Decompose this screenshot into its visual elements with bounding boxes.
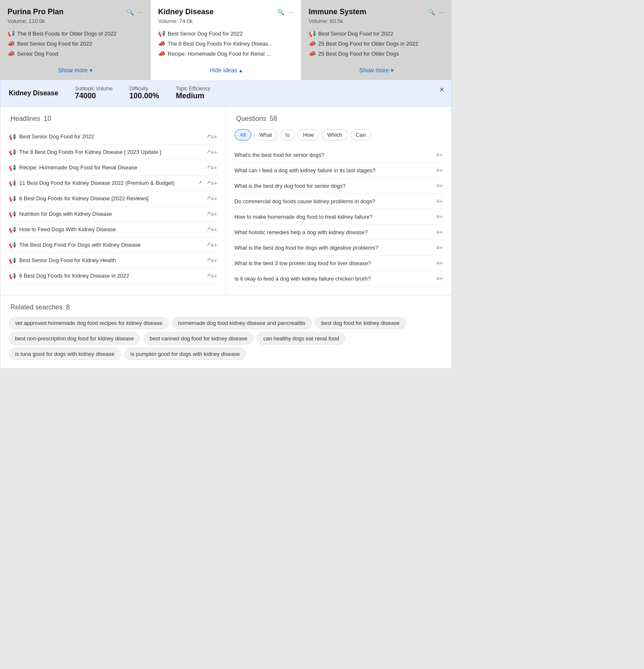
add-to-list-icon[interactable]: ≡+ [210, 242, 217, 248]
add-to-list-icon[interactable]: ≡+ [436, 167, 443, 174]
card-purina: Purina Pro Plan 🔍 ··· Volume: 110.0k 📢 T… [0, 0, 151, 79]
add-to-list-icon[interactable]: ≡+ [210, 149, 217, 156]
chevron-up-icon: ▴ [239, 67, 242, 74]
headline-item: 📢 Recipe: Homemade Dog Food for Renal Di… [9, 160, 217, 176]
headline-text: 6 Best Dog Foods for Kidney Disease in 2… [19, 273, 202, 279]
external-link-icon[interactable]: ↗ [207, 195, 210, 201]
detail-subtopic-volume: Subtopic Volume 74000 [75, 86, 112, 100]
question-text: What is the best dry dog food for senior… [235, 183, 436, 189]
external-link-icon[interactable]: ↗ [198, 180, 202, 185]
megaphone-icon: 📢 [9, 211, 16, 217]
headline-left: 📢 11 Best Dog Food for Kidney Disease 20… [9, 180, 210, 186]
list-item: 📢 Best Senior Dog Food for 2022 [309, 30, 444, 37]
list-item: 📣 The 8 Best Dog Foods For Kidney Diseas… [158, 40, 294, 47]
external-link-icon[interactable]: ↗ [207, 226, 210, 232]
headline-text: 11 Best Dog Food for Kidney Disease 2022… [19, 180, 194, 186]
related-tag[interactable]: homemade dog food kidney disease and pan… [172, 317, 312, 329]
filter-btn-which[interactable]: Which [322, 129, 348, 140]
external-link-icon[interactable]: ↗ [207, 133, 210, 139]
add-to-list-icon[interactable]: ≡+ [210, 195, 217, 202]
show-more-immune-button[interactable]: Show more ▾ [309, 61, 444, 79]
question-text: What holistic remedies help a dog with k… [235, 229, 436, 235]
megaphone-blue-icon: 📣 [8, 50, 15, 57]
external-link-icon-2[interactable]: ↗ [207, 180, 210, 185]
external-link-icon[interactable]: ↗ [207, 211, 210, 216]
add-to-list-icon[interactable]: ≡+ [210, 226, 217, 233]
headline-item: 📢 6 Best Dog Foods for Kidney Disease in… [9, 268, 217, 284]
add-to-list-icon[interactable]: ≡+ [210, 257, 217, 264]
detail-panel-title: Kidney Disease [9, 89, 58, 97]
list-item: 📣 Senior Dog Food [8, 50, 143, 57]
headline-item: 📢 6 Best Dog Foods for Kidney Disease [2… [9, 191, 217, 207]
list-item: 📣 25 Best Dog Food for Older Dogs [309, 50, 444, 57]
headline-left: 📢 How to Feed Dogs With Kidney Disease ↗ [9, 226, 210, 233]
related-searches-header: Related searches 8 [9, 304, 443, 311]
search-icon[interactable]: 🔍 [277, 9, 284, 15]
add-to-list-icon[interactable]: ≡+ [210, 164, 217, 171]
search-icon[interactable]: 🔍 [428, 9, 435, 15]
detail-topic-efficiency: Topic Efficiency Medium [176, 86, 210, 100]
headline-text: The 8 Best Dog Foods For Kidney Disease … [19, 149, 202, 155]
add-to-list-icon[interactable]: ≡+ [210, 273, 217, 279]
headline-text: The Best Dog Food For Dogs with Kidney D… [19, 242, 202, 248]
filter-btn-all[interactable]: All [235, 129, 251, 140]
question-text: How to make homemade dog food to treat k… [235, 214, 436, 220]
chevron-down-icon: ▾ [391, 67, 394, 74]
add-to-list-icon[interactable]: ≡+ [436, 198, 443, 204]
add-to-list-icon[interactable]: ≡+ [210, 133, 217, 140]
related-tag[interactable]: best canned dog food for kidney disease [143, 332, 253, 345]
related-tag[interactable]: is tuna good for dogs with kidney diseas… [9, 348, 121, 360]
card-kidney-ideas: 📢 Best Senior Dog Food for 2022 📣 The 8 … [158, 30, 294, 57]
filter-btn-can[interactable]: Can [350, 129, 371, 140]
show-more-purina-button[interactable]: Show more ▾ [8, 61, 143, 79]
external-link-icon[interactable]: ↗ [207, 273, 210, 278]
headline-item: 📢 Best Senior Dog Food for Kidney Health… [9, 253, 217, 268]
card-purina-volume: Volume: 110.0k [8, 18, 143, 24]
card-kidney-icons: 🔍 ··· [277, 9, 294, 15]
questions-list: What's the best food for senior dogs? ≡+… [235, 147, 443, 286]
related-tag[interactable]: best non-prescription dog food for kidne… [9, 332, 140, 345]
megaphone-icon: 📢 [9, 257, 16, 264]
add-to-list-icon[interactable]: ≡+ [436, 275, 443, 282]
question-item: What is the best dog food for dogs with … [235, 240, 443, 255]
close-detail-button[interactable]: ✕ [439, 86, 445, 94]
chevron-down-icon: ▾ [89, 67, 92, 74]
related-tag[interactable]: can healthy dogs eat renal food [257, 332, 345, 345]
card-immune-icons: 🔍 ··· [428, 9, 444, 15]
add-to-list-icon[interactable]: ≡+ [436, 244, 443, 251]
search-icon[interactable]: 🔍 [127, 9, 134, 15]
filter-btn-how[interactable]: How [297, 129, 319, 140]
add-to-list-icon[interactable]: ≡+ [210, 211, 217, 217]
related-tag[interactable]: is pumpkin good for dogs with kidney dis… [124, 348, 246, 360]
card-kidney: Kidney Disease 🔍 ··· Volume: 74.0k 📢 Bes… [150, 0, 302, 80]
add-to-list-icon[interactable]: ≡+ [436, 182, 443, 189]
megaphone-icon: 📢 [9, 164, 16, 171]
more-icon[interactable]: ··· [439, 9, 444, 15]
related-tag[interactable]: vet approved homemade dog food recipes f… [9, 317, 169, 329]
headline-item: 📢 Best Senior Dog Food for 2022 ↗ ≡+ [9, 129, 217, 145]
megaphone-blue-icon: 📣 [8, 40, 15, 47]
related-searches-section: Related searches 8 vet approved homemade… [0, 295, 452, 369]
megaphone-icon: 📢 [9, 180, 16, 186]
external-link-icon[interactable]: ↗ [207, 242, 210, 247]
add-to-list-icon[interactable]: ≡+ [436, 213, 443, 220]
add-to-list-icon[interactable]: ≡+ [436, 151, 443, 158]
more-icon[interactable]: ··· [289, 9, 294, 15]
filter-btn-is[interactable]: Is [280, 129, 295, 140]
add-to-list-icon[interactable]: ≡+ [210, 180, 217, 186]
hide-ideas-kidney-button[interactable]: Hide ideas ▴ [158, 61, 294, 79]
more-icon[interactable]: ··· [138, 9, 143, 15]
add-to-list-icon[interactable]: ≡+ [436, 260, 443, 266]
megaphone-blue-icon: 📣 [158, 40, 165, 47]
external-link-icon[interactable]: ↗ [207, 257, 210, 263]
add-to-list-icon[interactable]: ≡+ [436, 229, 443, 235]
megaphone-icon: 📢 [9, 195, 16, 202]
external-link-icon[interactable]: ↗ [207, 164, 210, 170]
questions-header: Questions 58 [235, 115, 443, 123]
headlines-header: Headlines 10 [9, 115, 217, 123]
megaphone-blue-icon: 📣 [309, 40, 316, 47]
related-tag[interactable]: best dog food for kidney disease [315, 317, 406, 329]
external-link-icon[interactable]: ↗ [207, 149, 210, 154]
megaphone-icon: 📢 [9, 133, 16, 140]
filter-btn-what[interactable]: What [254, 129, 277, 140]
